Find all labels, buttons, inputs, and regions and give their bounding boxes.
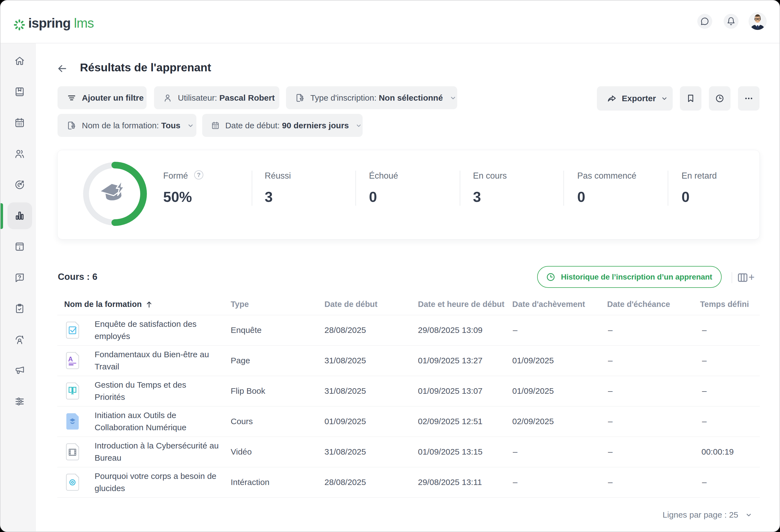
- svg-text:A: A: [68, 355, 73, 363]
